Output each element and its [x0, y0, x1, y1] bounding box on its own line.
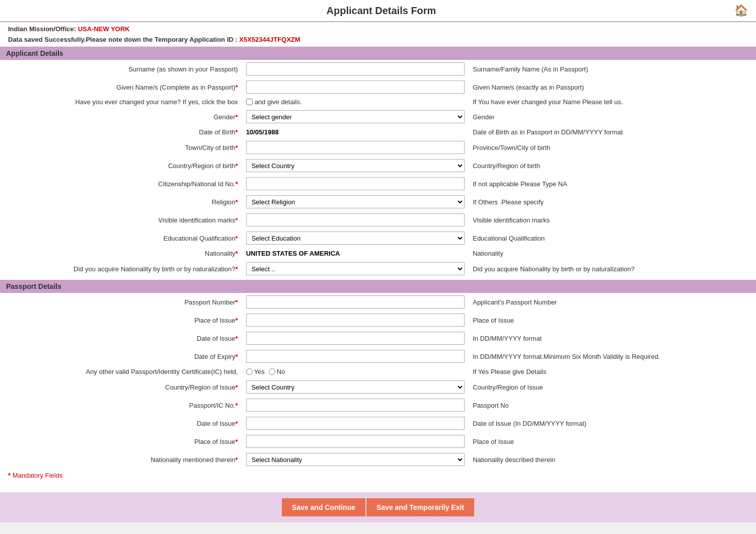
- home-icon[interactable]: 🏠: [734, 4, 748, 17]
- no-radio[interactable]: [269, 368, 275, 375]
- gender-label: Gender*: [0, 108, 242, 126]
- place-issue2-row: Place of Issue* Place of Issue: [0, 432, 756, 450]
- surname-row: Surname (as shown in your Passport) Surn…: [0, 60, 756, 78]
- country-birth-row: Country/Region of birth* Select Country …: [0, 157, 756, 175]
- dob-value-cell: 10/05/1988: [242, 126, 469, 138]
- place-issue-input[interactable]: [246, 314, 465, 327]
- nationality-acquire-input-cell: Select .. By Birth By Naturalization: [242, 260, 469, 278]
- name-change-label: Have you ever changed your name? If yes,…: [0, 96, 242, 108]
- education-label: Educational Qualification*: [0, 229, 242, 247]
- town-input-cell: [242, 138, 469, 157]
- form-footer: Save and Continue Save and Temporarily E…: [0, 492, 756, 522]
- education-hint: Educational Qualification: [469, 229, 756, 247]
- mandatory-note-text: Mandatory Fields: [13, 472, 63, 479]
- passport-section-header: Passport Details: [0, 280, 756, 293]
- date-issue2-input[interactable]: [246, 417, 465, 430]
- passport-number-input[interactable]: [246, 295, 465, 309]
- town-input[interactable]: [246, 141, 465, 154]
- religion-row: Religion* Select Religion Hindu Muslim C…: [0, 193, 756, 211]
- date-issue-input-cell: [242, 329, 469, 347]
- country-issue-input-cell: Select Country: [242, 378, 469, 396]
- surname-hint: Surname/Family Name (As in Passport): [469, 60, 756, 78]
- mission-label: Indian Mission/Office:: [8, 25, 76, 33]
- dob-hint: Date of Birth as in Passport in DD/MM/YY…: [469, 126, 756, 138]
- other-passport-hint: If Yes Please give Details: [469, 365, 756, 378]
- passport-number-row: Passport Number* Applicant's Passport Nu…: [0, 293, 756, 311]
- name-change-cell: and give details.: [242, 96, 469, 108]
- place-issue2-input-cell: [242, 432, 469, 450]
- other-passport-label: Any other valid Passport/Identity Certif…: [0, 365, 242, 378]
- date-expiry-input[interactable]: [246, 350, 465, 363]
- page-wrapper: Applicant Details Form 🏠 Indian Mission/…: [0, 0, 756, 522]
- passport-ic-label: Passport/IC No.*: [0, 396, 242, 414]
- passport-ic-hint: Passport No: [469, 396, 756, 414]
- religion-hint: If Others .Please specify: [469, 193, 756, 211]
- given-names-label: Given Name/s (Complete as in Passport)*: [0, 78, 242, 96]
- passport-form-table: Passport Number* Applicant's Passport Nu…: [0, 293, 756, 469]
- place-issue-hint: Place of Issue: [469, 311, 756, 329]
- given-names-row: Given Name/s (Complete as in Passport)* …: [0, 78, 756, 96]
- nationality-therein-row: Nationality mentioned therein* Select Na…: [0, 450, 756, 469]
- sub-header: Indian Mission/Office: USA-NEW YORK Data…: [0, 22, 756, 47]
- surname-label: Surname (as shown in your Passport): [0, 60, 242, 78]
- passport-number-label: Passport Number*: [0, 293, 242, 311]
- save-continue-button[interactable]: Save and Continue: [282, 498, 365, 516]
- visible-marks-hint: Visible identification marks: [469, 211, 756, 229]
- nationality-acquire-select[interactable]: Select .. By Birth By Naturalization: [246, 262, 465, 275]
- mission-value: USA-NEW YORK: [78, 25, 130, 33]
- religion-select[interactable]: Select Religion Hindu Muslim Christian S…: [246, 195, 465, 208]
- date-issue-hint: In DD/MM/YYYY format: [469, 329, 756, 347]
- country-birth-input-cell: Select Country: [242, 157, 469, 175]
- country-birth-label: Country/Region of birth*: [0, 157, 242, 175]
- other-passport-input-cell: Yes No: [242, 365, 469, 378]
- nationality-therein-input-cell: Select Nationality: [242, 450, 469, 469]
- nationality-acquire-row: Did you acquire Nationality by birth or …: [0, 260, 756, 278]
- passport-number-hint: Applicant's Passport Number: [469, 293, 756, 311]
- education-select[interactable]: Select Education Below Matric Matric Int…: [246, 232, 465, 245]
- gender-select[interactable]: Select gender Male Female Transgender: [246, 110, 465, 123]
- main-content: Applicant Details Surname (as shown in y…: [0, 47, 756, 492]
- nationality-therein-hint: Nationality described therein: [469, 450, 756, 469]
- name-change-checkbox[interactable]: [246, 99, 253, 105]
- visible-marks-input[interactable]: [246, 213, 465, 226]
- religion-input-cell: Select Religion Hindu Muslim Christian S…: [242, 193, 469, 211]
- passport-ic-input[interactable]: [246, 399, 465, 412]
- page-header: Applicant Details Form 🏠: [0, 0, 756, 22]
- name-change-hint: If You have ever changed your Name Pleas…: [469, 96, 756, 108]
- date-issue-input[interactable]: [246, 332, 465, 345]
- yes-radio[interactable]: [246, 368, 253, 375]
- citizenship-input[interactable]: [246, 177, 465, 190]
- other-passport-row: Any other valid Passport/Identity Certif…: [0, 365, 756, 378]
- date-issue2-label: Date of Issue*: [0, 414, 242, 432]
- nationality-acquire-hint: Did you acquire Nationality by birth or …: [469, 260, 756, 278]
- country-issue-select[interactable]: Select Country: [246, 380, 465, 394]
- date-expiry-hint: In DD/MM/YYYY format.Minimum Six Month V…: [469, 347, 756, 365]
- gender-input-cell: Select gender Male Female Transgender: [242, 108, 469, 126]
- place-issue2-input[interactable]: [246, 435, 465, 448]
- given-names-hint: Given Name/s (exactly as in Passport): [469, 78, 756, 96]
- nationality-value: UNITED STATES OF AMERICA: [246, 250, 340, 257]
- nationality-therein-select[interactable]: Select Nationality: [246, 453, 465, 466]
- visible-marks-row: Visible identification marks* Visible id…: [0, 211, 756, 229]
- dob-row: Date of Birth* 10/05/1988 Date of Birth …: [0, 126, 756, 138]
- gender-row: Gender* Select gender Male Female Transg…: [0, 108, 756, 126]
- citizenship-hint: If not applicable Please Type NA: [469, 175, 756, 193]
- name-change-suffix: and give details.: [255, 98, 302, 106]
- place-issue-row: Place of Issue* Place of Issue: [0, 311, 756, 329]
- save-exit-button[interactable]: Save and Temporarily Exit: [366, 498, 474, 516]
- nationality-label: Nationality*: [0, 247, 242, 260]
- applicant-section-header: Applicant Details: [0, 47, 756, 60]
- yes-radio-label[interactable]: Yes: [246, 368, 265, 375]
- given-names-input[interactable]: [246, 81, 465, 94]
- country-issue-row: Country/Region of Issue* Select Country …: [0, 378, 756, 396]
- town-hint: Province/Town/City of birth: [469, 138, 756, 157]
- app-id: X5X52344JTFQXZM: [239, 36, 300, 43]
- place-issue-label: Place of Issue*: [0, 311, 242, 329]
- passport-ic-row: Passport/IC No.* Passport No: [0, 396, 756, 414]
- surname-input[interactable]: [246, 62, 465, 75]
- date-issue2-input-cell: [242, 414, 469, 432]
- country-birth-select[interactable]: Select Country: [246, 159, 465, 172]
- visible-marks-label: Visible identification marks*: [0, 211, 242, 229]
- education-input-cell: Select Education Below Matric Matric Int…: [242, 229, 469, 247]
- no-radio-label[interactable]: No: [269, 368, 285, 375]
